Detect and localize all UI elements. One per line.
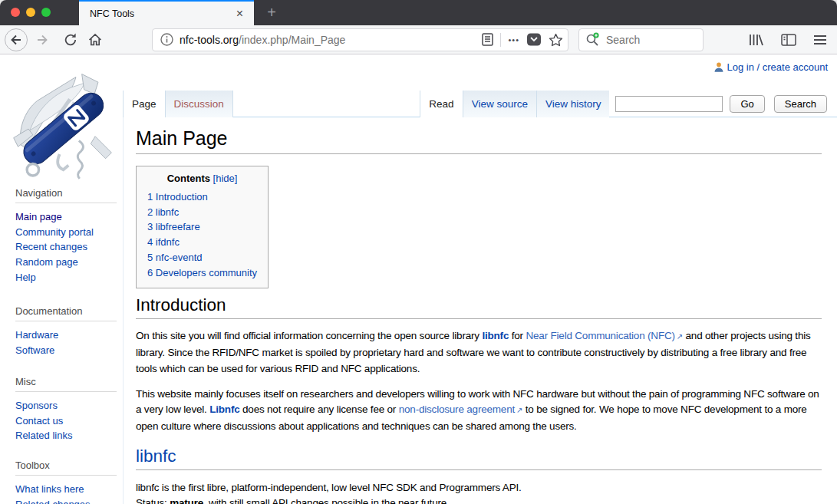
wiki-link[interactable]: Libnfc [209, 404, 239, 415]
libnfc-paragraph: libnfc is the first libre, platform-inde… [136, 480, 822, 504]
reader-view-icon[interactable] [482, 33, 493, 46]
reload-icon [63, 32, 78, 48]
page-actions-icon[interactable]: ••• [508, 35, 519, 44]
sidebar-toggle-icon[interactable] [781, 34, 796, 46]
sidebar-item-contact-us: Contact us [15, 413, 117, 429]
page-title: Main Page [136, 127, 822, 154]
tab-read[interactable]: Read [420, 91, 462, 117]
tab-page[interactable]: Page [123, 91, 165, 117]
window-minimize-button[interactable] [26, 8, 35, 17]
toc-link-ifdnfc[interactable]: 4 ifdnfc [147, 236, 180, 248]
sidebar-section-navigation: Navigation Main page Community portal Re… [15, 187, 117, 285]
sidebar-heading: Navigation [15, 187, 117, 203]
browser-tab[interactable]: NFC Tools × [79, 0, 254, 25]
menu-hamburger-icon[interactable] [813, 35, 827, 45]
window-zoom-button[interactable] [41, 8, 51, 17]
browser-window: NFC Tools × + [0, 0, 837, 504]
browser-search-bar[interactable] [578, 28, 704, 51]
tab-title: NFC Tools [90, 8, 233, 19]
sidebar-item-help: Help [15, 270, 117, 285]
wiki-search-button[interactable]: Search [774, 95, 827, 113]
wiki-search-input[interactable] [615, 96, 723, 112]
sidebar-heading: Toolbox [15, 460, 117, 476]
sidebar-link[interactable]: Recent changes [15, 241, 87, 252]
sidebar-link[interactable]: Software [15, 344, 54, 356]
library-icon[interactable] [748, 33, 764, 47]
external-link[interactable]: Near Field Communication (NFC)↗ [526, 330, 683, 341]
sidebar-item-random-page: Random page [15, 255, 117, 270]
sidebar-section-toolbox: Toolbox What links here Related changes [15, 460, 117, 504]
site-logo[interactable] [8, 58, 119, 180]
sidebar-link[interactable]: Related changes [15, 499, 91, 504]
new-tab-button[interactable]: + [259, 0, 284, 25]
toc-item: 1 Introduction [147, 189, 257, 205]
go-button[interactable]: Go [730, 95, 764, 113]
tab-close-icon[interactable]: × [233, 8, 246, 20]
tab-view-history[interactable]: View history [536, 91, 610, 117]
search-input[interactable] [606, 34, 683, 46]
section-heading-libnfc[interactable]: libnfc [136, 446, 822, 470]
intro-paragraph-1: On this site you will find official info… [136, 328, 822, 377]
url-text: nfc-tools.org/index.php/Main_Page [180, 34, 482, 46]
page-tab-band: Page Discussion Read View source View hi… [123, 91, 837, 117]
login-area: Log in / create account [714, 61, 828, 73]
table-of-contents: Contents [hide] 1 Introduction 2 libnfc … [136, 166, 269, 288]
back-button[interactable] [5, 28, 28, 51]
forward-icon [35, 32, 50, 48]
toc-item: 5 nfc-eventd [147, 250, 257, 265]
article-content: Main Page Contents [hide] 1 Introduction… [123, 117, 837, 504]
back-icon [8, 32, 24, 48]
sidebar-section-documentation: Documentation Hardware Software [15, 305, 117, 357]
sidebar-link[interactable]: Community portal [15, 226, 94, 238]
bold-text: mature [170, 497, 203, 504]
sidebar-item-related-links: Related links [15, 428, 117, 443]
toc-link-nfc-eventd[interactable]: 5 nfc-eventd [147, 252, 203, 263]
sidebar-link[interactable]: Sponsors [15, 400, 58, 411]
sidebar-heading: Misc [15, 376, 117, 392]
sidebar-link[interactable]: Related links [15, 430, 72, 441]
sidebar-link[interactable]: Help [15, 272, 36, 283]
window-close-button[interactable] [11, 8, 20, 17]
sidebar-item-software: Software [15, 343, 117, 358]
toc-link-developers-community[interactable]: 6 Developers community [147, 267, 257, 278]
toc-item: 6 Developers community [147, 265, 257, 281]
reload-button[interactable] [61, 31, 80, 49]
sidebar-item-main-page: Main page [15, 209, 117, 225]
toc-link-libnfc[interactable]: 2 libnfc [147, 206, 179, 218]
tab-view-source[interactable]: View source [463, 91, 536, 117]
sidebar-section-misc: Misc Sponsors Contact us Related links [15, 376, 117, 443]
url-bar[interactable]: nfc-tools.org/index.php/Main_Page ••• [152, 28, 568, 51]
login-link[interactable]: Log in / create account [727, 61, 828, 73]
toc-item: 2 libnfc [147, 205, 257, 220]
bookmark-star-icon[interactable] [549, 33, 563, 47]
sidebar-link[interactable]: Hardware [15, 329, 58, 341]
window-controls [11, 8, 51, 17]
site-info-icon[interactable] [160, 33, 173, 46]
toc-link-libfreefare[interactable]: 3 libfreefare [147, 221, 200, 232]
external-link[interactable]: non-disclosure agreement↗ [399, 404, 522, 415]
url-domain: nfc-tools.org [180, 34, 239, 46]
tab-discussion[interactable]: Discussion [165, 91, 233, 117]
home-icon [87, 32, 103, 48]
toc-hide-toggle[interactable]: [hide] [213, 173, 238, 184]
wiki-link[interactable]: libnfc [482, 330, 509, 341]
sidebar-item-sponsors: Sponsors [15, 398, 117, 413]
sidebar-link[interactable]: Contact us [15, 415, 63, 427]
browser-toolbar: nfc-tools.org/index.php/Main_Page ••• [0, 25, 837, 54]
section-heading-introduction: Introduction [136, 295, 822, 319]
sidebar-link[interactable]: Random page [15, 256, 78, 268]
user-icon [714, 62, 723, 72]
keyring [27, 163, 38, 175]
toc-item: 3 libfreefare [147, 219, 257, 235]
sidebar-link[interactable]: What links here [15, 483, 84, 495]
pocket-icon[interactable] [526, 33, 542, 46]
url-path: /index.php/Main_Page [239, 34, 345, 46]
search-engine-icon[interactable] [585, 32, 600, 47]
external-link-icon: ↗ [516, 406, 522, 414]
toc-link-introduction[interactable]: 1 Introduction [147, 191, 208, 203]
intro-paragraph-2: This website mainly focuses itself on re… [136, 387, 822, 435]
sidebar-link[interactable]: Main page [15, 211, 62, 222]
home-button[interactable] [86, 31, 104, 49]
forward-button[interactable] [33, 31, 51, 49]
sidebar-item-recent-changes: Recent changes [15, 239, 117, 255]
